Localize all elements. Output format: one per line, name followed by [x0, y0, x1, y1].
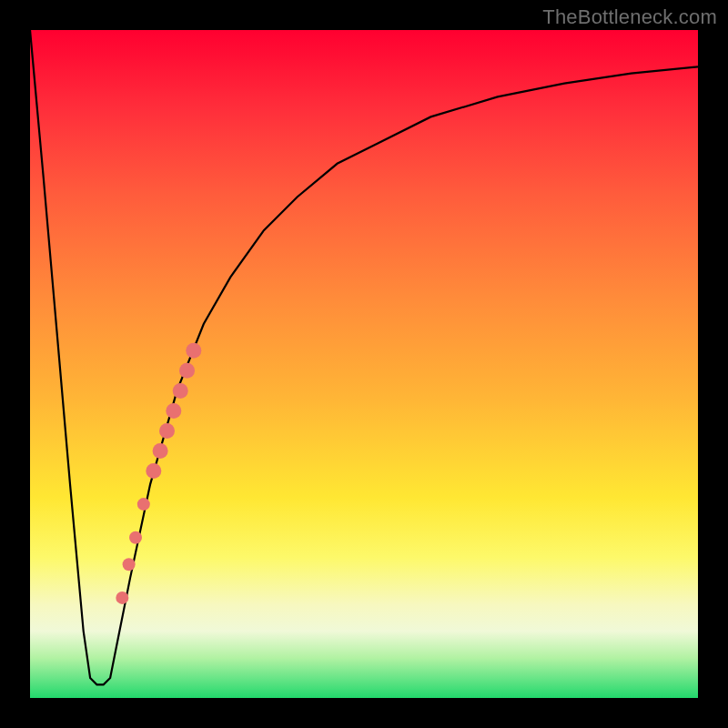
chart-svg — [30, 30, 698, 698]
plot-area — [30, 30, 698, 698]
marker-dot — [123, 558, 136, 571]
curve-markers — [116, 343, 201, 604]
watermark-text: TheBottleneck.com — [542, 5, 717, 29]
marker-dot — [186, 343, 201, 359]
marker-dot — [116, 592, 128, 604]
marker-dot — [137, 498, 150, 511]
bottleneck-curve — [30, 30, 698, 684]
chart-frame: TheBottleneck.com — [0, 0, 728, 728]
marker-dot — [153, 443, 168, 459]
marker-dot — [166, 403, 181, 419]
marker-dot — [179, 363, 195, 379]
marker-dot — [159, 423, 175, 439]
marker-dot — [129, 531, 142, 544]
marker-dot — [146, 463, 161, 479]
curve-path — [30, 30, 698, 684]
marker-dot — [173, 383, 188, 399]
